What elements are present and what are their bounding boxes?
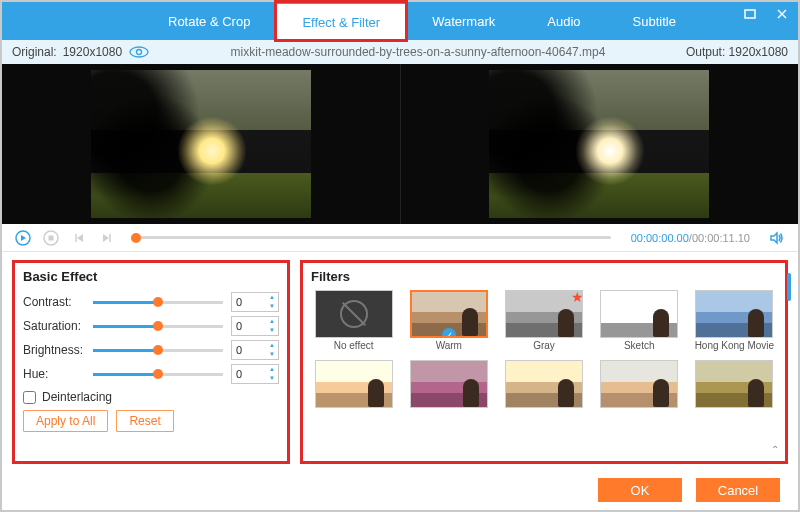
- filter-thumb: [410, 360, 488, 408]
- spin-down-icon[interactable]: ▼: [266, 302, 278, 311]
- eye-icon[interactable]: [128, 45, 150, 59]
- brightness-slider[interactable]: [93, 349, 223, 352]
- top-tab-bar: Rotate & Crop Effect & Filter Watermark …: [2, 2, 798, 40]
- check-icon: ✓: [442, 328, 456, 338]
- filter-thumb: [505, 360, 583, 408]
- filter-gray[interactable]: ★ Gray: [501, 290, 586, 352]
- contrast-slider[interactable]: [93, 301, 223, 304]
- filter-row2-5[interactable]: [692, 360, 777, 422]
- filter-label: No effect: [334, 340, 374, 352]
- basic-effect-title: Basic Effect: [23, 269, 279, 284]
- reset-button[interactable]: Reset: [116, 410, 173, 432]
- close-button[interactable]: [772, 6, 792, 22]
- svg-point-3: [130, 47, 148, 57]
- hue-label: Hue:: [23, 367, 93, 381]
- cancel-button[interactable]: Cancel: [696, 478, 780, 502]
- saturation-row: Saturation: ▲▼: [23, 314, 279, 338]
- filter-label: Warm: [436, 340, 462, 352]
- filter-hongkong[interactable]: Hong Kong Movie: [692, 290, 777, 352]
- filter-hk-thumb: [695, 290, 773, 338]
- prev-frame-button[interactable]: [70, 229, 88, 247]
- spin-up-icon[interactable]: ▲: [266, 341, 278, 350]
- deinterlacing-label: Deinterlacing: [42, 390, 112, 404]
- slider-thumb[interactable]: [153, 345, 163, 355]
- timecode: 00:00:00.00/00:00:11.10: [631, 232, 750, 244]
- output-value: 1920x1080: [729, 45, 788, 59]
- filters-grid: No effect ✓ Warm ★ Gray Sketch Hong Kong…: [311, 290, 777, 422]
- filter-none[interactable]: No effect: [311, 290, 396, 352]
- basic-effect-panel: Basic Effect Contrast: ▲▼ Saturation: ▲▼…: [12, 260, 290, 464]
- progress-thumb[interactable]: [131, 233, 141, 243]
- contrast-row: Contrast: ▲▼: [23, 290, 279, 314]
- preview-area: [2, 64, 798, 224]
- playback-progress[interactable]: [136, 236, 611, 239]
- filters-panel: Filters No effect ✓ Warm ★ Gray Sketch: [300, 260, 788, 464]
- preview-original: [2, 64, 400, 224]
- slider-thumb[interactable]: [153, 321, 163, 331]
- svg-marker-6: [21, 235, 26, 241]
- preview-output-frame: [489, 70, 709, 218]
- saturation-slider[interactable]: [93, 325, 223, 328]
- filter-row2-2[interactable]: [406, 360, 491, 422]
- output-resolution: Output: 1920x1080: [686, 45, 788, 59]
- filter-row2-4[interactable]: [597, 360, 682, 422]
- deinterlacing-checkbox[interactable]: [23, 391, 36, 404]
- slider-thumb[interactable]: [153, 297, 163, 307]
- apply-to-all-button[interactable]: Apply to All: [23, 410, 108, 432]
- slider-thumb[interactable]: [153, 369, 163, 379]
- filters-scrollbar[interactable]: [787, 273, 791, 301]
- filter-sketch-thumb: [600, 290, 678, 338]
- spin-up-icon[interactable]: ▲: [266, 293, 278, 302]
- brightness-label: Brightness:: [23, 343, 93, 357]
- stop-button[interactable]: [42, 229, 60, 247]
- hue-row: Hue: ▲▼: [23, 362, 279, 386]
- hue-slider[interactable]: [93, 373, 223, 376]
- tab-rotate-crop[interactable]: Rotate & Crop: [142, 2, 276, 40]
- svg-rect-0: [745, 10, 755, 18]
- tab-audio[interactable]: Audio: [521, 2, 606, 40]
- filter-warm[interactable]: ✓ Warm: [406, 290, 491, 352]
- filter-gray-thumb: ★: [505, 290, 583, 338]
- filter-row2-1[interactable]: [311, 360, 396, 422]
- svg-marker-13: [771, 233, 777, 243]
- play-button[interactable]: [14, 229, 32, 247]
- filter-row2-3[interactable]: [501, 360, 586, 422]
- effect-panels: Basic Effect Contrast: ▲▼ Saturation: ▲▼…: [2, 252, 798, 470]
- filename-label: mixkit-meadow-surrounded-by-trees-on-a-s…: [150, 45, 686, 59]
- main-tabs: Rotate & Crop Effect & Filter Watermark …: [142, 2, 702, 40]
- tab-subtitle[interactable]: Subtitle: [607, 2, 702, 40]
- svg-marker-11: [103, 234, 109, 242]
- original-value: 1920x1080: [63, 45, 122, 59]
- tab-effect-filter[interactable]: Effect & Filter: [276, 2, 406, 40]
- filter-label: Sketch: [624, 340, 655, 352]
- output-label: Output:: [686, 45, 725, 59]
- editor-window: Rotate & Crop Effect & Filter Watermark …: [0, 0, 800, 512]
- filters-expand-icon[interactable]: ⌃: [771, 444, 779, 455]
- volume-button[interactable]: [768, 229, 786, 247]
- info-bar: Original: 1920x1080 mixkit-meadow-surrou…: [2, 40, 798, 64]
- filter-thumb: [600, 360, 678, 408]
- filter-none-thumb: [315, 290, 393, 338]
- filter-label: Hong Kong Movie: [695, 340, 775, 352]
- filter-warm-thumb: ✓: [410, 290, 488, 338]
- minimize-button[interactable]: [740, 6, 760, 22]
- spin-up-icon[interactable]: ▲: [266, 365, 278, 374]
- no-effect-icon: [340, 300, 368, 328]
- filters-title: Filters: [311, 269, 777, 284]
- spin-down-icon[interactable]: ▼: [266, 350, 278, 359]
- dialog-footer: OK Cancel: [2, 470, 798, 510]
- filter-label: Gray: [533, 340, 555, 352]
- next-frame-button[interactable]: [98, 229, 116, 247]
- time-total: 00:00:11.10: [692, 232, 750, 244]
- filter-sketch[interactable]: Sketch: [597, 290, 682, 352]
- ok-button[interactable]: OK: [598, 478, 682, 502]
- spin-down-icon[interactable]: ▼: [266, 326, 278, 335]
- spin-up-icon[interactable]: ▲: [266, 317, 278, 326]
- saturation-label: Saturation:: [23, 319, 93, 333]
- tab-watermark[interactable]: Watermark: [406, 2, 521, 40]
- original-resolution: Original: 1920x1080: [12, 45, 150, 59]
- original-label: Original:: [12, 45, 57, 59]
- filter-thumb: [315, 360, 393, 408]
- basic-button-row: Apply to All Reset: [23, 410, 279, 432]
- spin-down-icon[interactable]: ▼: [266, 374, 278, 383]
